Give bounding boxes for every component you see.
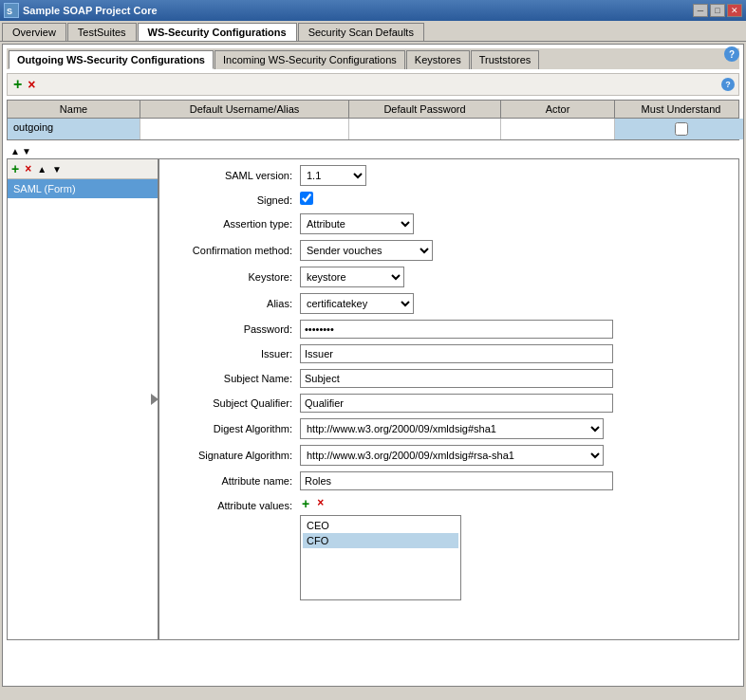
- must-understand-checkbox[interactable]: [675, 122, 688, 136]
- move-row: ▲ ▼: [7, 144, 739, 158]
- password-label: Password:: [167, 323, 300, 335]
- password-value: [300, 320, 731, 339]
- alias-row: Alias: certificatekey: [167, 293, 731, 314]
- cell-username[interactable]: [140, 119, 349, 139]
- signed-checkbox[interactable]: [300, 192, 313, 205]
- col-actor: Actor: [501, 101, 615, 118]
- keystore-value: keystore: [300, 267, 731, 287]
- tab-ws-security[interactable]: WS-Security Configurations: [138, 23, 297, 41]
- attribute-name-row: Attribute name:: [167, 471, 731, 490]
- signature-algorithm-value: http://www.w3.org/2000/09/xmldsig#rsa-sh…: [300, 445, 731, 466]
- main-tab-bar: Overview TestSuites WS-Security Configur…: [0, 21, 746, 42]
- confirmation-method-row: Confirmation method: Sender vouches Hold…: [167, 240, 731, 261]
- keystore-label: Keystore:: [167, 271, 300, 283]
- up-icon: ▲: [10, 146, 20, 157]
- password-input[interactable]: [300, 320, 613, 339]
- saml-version-value: 1.1 2.0: [300, 165, 731, 186]
- subject-name-row: Subject Name:: [167, 369, 731, 388]
- left-panel: + × ▲ ▼ SAML (Form): [8, 159, 159, 639]
- saml-version-select[interactable]: 1.1 2.0: [300, 165, 366, 186]
- tab-security-scan[interactable]: Security Scan Defaults: [298, 23, 424, 41]
- window-title: Sample SOAP Project Core: [23, 5, 158, 16]
- move-down-button[interactable]: ▼: [50, 164, 64, 175]
- selection-arrow: [151, 394, 159, 405]
- alias-label: Alias:: [167, 298, 300, 309]
- attribute-name-input[interactable]: [300, 471, 613, 490]
- sub-help-icon-inner: ?: [721, 78, 735, 91]
- cell-must-understand[interactable]: [615, 119, 744, 139]
- assertion-type-value: Attribute Authentication Authorization: [300, 213, 731, 234]
- signature-algorithm-label: Signature Algorithm:: [167, 450, 300, 461]
- add-entry-button[interactable]: +: [9, 161, 21, 176]
- attr-values-list: CEO CFO: [300, 515, 461, 600]
- add-config-button[interactable]: +: [11, 76, 24, 93]
- attribute-values-label: Attribute values:: [167, 496, 300, 511]
- alias-value: certificatekey: [300, 293, 731, 314]
- col-must-understand: Must Understand: [615, 101, 744, 118]
- add-attr-value-button[interactable]: +: [300, 496, 311, 511]
- col-name: Name: [8, 101, 140, 118]
- remove-entry-button[interactable]: ×: [23, 162, 33, 175]
- title-bar: S Sample SOAP Project Core ─ □ ✕: [0, 0, 746, 21]
- issuer-input[interactable]: [300, 344, 613, 363]
- left-toolbar: + × ▲ ▼: [8, 159, 158, 179]
- password-row: Password:: [167, 320, 731, 339]
- subject-name-input[interactable]: [300, 369, 613, 388]
- digest-algorithm-row: Digest Algorithm: http://www.w3.org/2000…: [167, 418, 731, 439]
- remove-attr-value-button[interactable]: ×: [315, 496, 326, 511]
- cell-actor[interactable]: [501, 119, 615, 139]
- attr-value-cfo[interactable]: CFO: [303, 533, 458, 548]
- table-header: Name Default Username/Alias Default Pass…: [8, 101, 738, 119]
- issuer-value: [300, 344, 731, 363]
- signed-row: Signed:: [167, 192, 731, 208]
- right-panel: SAML version: 1.1 2.0 Signed: Assertion …: [159, 159, 738, 639]
- keystore-select[interactable]: keystore: [300, 267, 404, 287]
- cell-name[interactable]: outgoing: [8, 119, 140, 139]
- confirmation-method-label: Confirmation method:: [167, 245, 300, 256]
- signed-value: [300, 192, 731, 208]
- assertion-type-label: Assertion type:: [167, 218, 300, 230]
- subject-name-label: Subject Name:: [167, 373, 300, 384]
- digest-algorithm-select[interactable]: http://www.w3.org/2000/09/xmldsig#sha1: [300, 418, 604, 439]
- close-button[interactable]: ✕: [727, 4, 742, 17]
- down-icon: ▼: [22, 146, 31, 157]
- signature-algorithm-select[interactable]: http://www.w3.org/2000/09/xmldsig#rsa-sh…: [300, 445, 604, 466]
- tab-incoming-ws[interactable]: Incoming WS-Security Configurations: [214, 50, 405, 69]
- cell-password[interactable]: [349, 119, 501, 139]
- tab-testsuites[interactable]: TestSuites: [67, 23, 137, 41]
- tab-overview[interactable]: Overview: [2, 23, 66, 41]
- maximize-button[interactable]: □: [710, 4, 725, 17]
- app-icon: S: [4, 3, 19, 18]
- digest-algorithm-label: Digest Algorithm:: [167, 423, 300, 434]
- tab-keystores[interactable]: Keystores: [406, 50, 470, 69]
- tab-truststores[interactable]: Truststores: [471, 50, 540, 69]
- assertion-type-select[interactable]: Attribute Authentication Authorization: [300, 213, 414, 234]
- confirmation-method-select[interactable]: Sender vouches Holder of key: [300, 240, 433, 261]
- confirmation-method-value: Sender vouches Holder of key: [300, 240, 731, 261]
- issuer-row: Issuer:: [167, 344, 731, 363]
- table-row[interactable]: outgoing: [8, 119, 738, 139]
- saml-form-item[interactable]: SAML (Form): [8, 179, 158, 198]
- attribute-values-row: Attribute values: + × CEO CFO: [167, 496, 731, 600]
- attribute-name-label: Attribute name:: [167, 475, 300, 487]
- signed-label: Signed:: [167, 194, 300, 206]
- remove-config-button[interactable]: ×: [26, 77, 37, 92]
- alias-select[interactable]: certificatekey: [300, 293, 414, 314]
- saml-version-label: SAML version:: [167, 170, 300, 181]
- help-icon-main[interactable]: ?: [724, 46, 739, 62]
- tab-outgoing-ws[interactable]: Outgoing WS-Security Configurations: [9, 50, 214, 69]
- assertion-type-row: Assertion type: Attribute Authentication…: [167, 213, 731, 234]
- sub-help-icon[interactable]: ?: [721, 78, 735, 91]
- move-up-button[interactable]: ▲: [35, 164, 48, 175]
- attr-value-ceo[interactable]: CEO: [303, 518, 458, 533]
- subject-qualifier-row: Subject Qualifier:: [167, 394, 731, 413]
- attribute-name-value: [300, 471, 731, 490]
- digest-algorithm-value: http://www.w3.org/2000/09/xmldsig#sha1: [300, 418, 731, 439]
- subject-qualifier-input[interactable]: [300, 394, 613, 413]
- col-password: Default Password: [349, 101, 501, 118]
- subject-name-value: [300, 369, 731, 388]
- attribute-values-area: + × CEO CFO: [300, 496, 731, 600]
- minimize-button[interactable]: ─: [693, 4, 708, 17]
- sub-tab-bar: Outgoing WS-Security Configurations Inco…: [7, 48, 739, 69]
- issuer-label: Issuer:: [167, 348, 300, 359]
